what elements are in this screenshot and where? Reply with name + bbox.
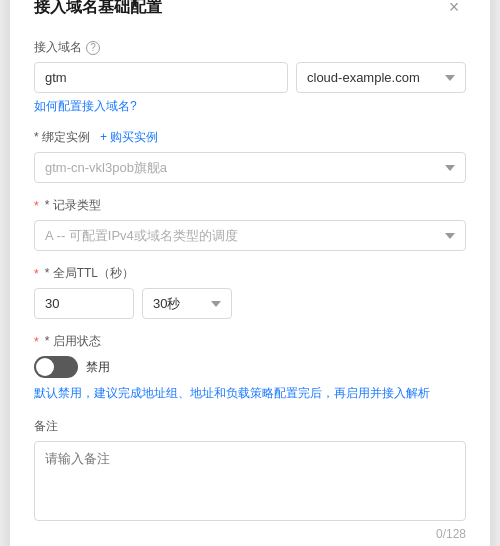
domain-row: cloud-example.com (34, 62, 466, 93)
record-type-select[interactable]: A -- 可配置IPv4或域名类型的调度 (34, 220, 466, 251)
instance-section: * 绑定实例 + 购买实例 gtm-cn-vkl3pob旗舰a (34, 129, 466, 183)
toggle-slider (34, 356, 78, 378)
instance-label: * 绑定实例 (34, 129, 90, 146)
instance-label-row: * 绑定实例 + 购买实例 (34, 129, 466, 146)
remark-section: 备注 0/128 (34, 418, 466, 541)
modal-backdrop: 接入域名基础配置 × 接入域名 ? cloud-example.com 如何配置… (0, 0, 500, 546)
domain-label: 接入域名 ? (34, 39, 466, 56)
ttl-input[interactable] (34, 288, 134, 319)
domain-select[interactable]: cloud-example.com (296, 62, 466, 93)
close-button[interactable]: × (442, 0, 466, 19)
modal-header: 接入域名基础配置 × (34, 0, 466, 19)
enable-label: * * 启用状态 (34, 333, 466, 350)
warning-text: 默认禁用，建议完成地址组、地址和负载策略配置完后，再启用并接入解析 (34, 384, 466, 403)
config-link[interactable]: 如何配置接入域名? (34, 98, 137, 115)
ttl-label: * * 全局TTL（秒） (34, 265, 466, 282)
record-type-section: * * 记录类型 A -- 可配置IPv4或域名类型的调度 (34, 197, 466, 251)
modal-title: 接入域名基础配置 (34, 0, 162, 18)
toggle-label: 禁用 (86, 359, 110, 376)
ttl-section: * * 全局TTL（秒） 30秒 60秒 120秒 (34, 265, 466, 319)
ttl-select[interactable]: 30秒 60秒 120秒 (142, 288, 232, 319)
char-count: 0/128 (34, 527, 466, 541)
toggle-row: 禁用 (34, 356, 466, 378)
remark-textarea[interactable] (34, 441, 466, 521)
buy-instance-link[interactable]: + 购买实例 (100, 129, 158, 146)
modal-container: 接入域名基础配置 × 接入域名 ? cloud-example.com 如何配置… (10, 0, 490, 546)
enable-toggle[interactable] (34, 356, 78, 378)
domain-section: 接入域名 ? cloud-example.com 如何配置接入域名? (34, 39, 466, 115)
remark-label: 备注 (34, 418, 466, 435)
domain-input[interactable] (34, 62, 288, 93)
ttl-row: 30秒 60秒 120秒 (34, 288, 466, 319)
enable-section: * * 启用状态 禁用 默认禁用，建议完成地址组、地址和负载策略配置完后，再启用… (34, 333, 466, 403)
domain-info-icon[interactable]: ? (86, 41, 100, 55)
instance-select[interactable]: gtm-cn-vkl3pob旗舰a (34, 152, 466, 183)
record-type-label: * * 记录类型 (34, 197, 466, 214)
